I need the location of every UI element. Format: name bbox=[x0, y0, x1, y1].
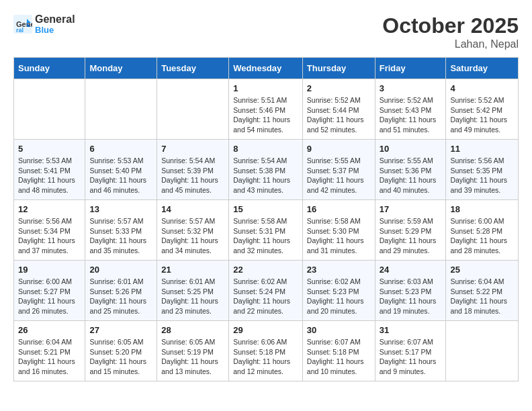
day-info: Sunrise: 6:02 AM Sunset: 5:23 PM Dayligh… bbox=[307, 277, 371, 316]
calendar-cell: 12Sunrise: 5:56 AM Sunset: 5:34 PM Dayli… bbox=[14, 200, 85, 261]
calendar-week-row: 5Sunrise: 5:53 AM Sunset: 5:41 PM Daylig… bbox=[14, 140, 519, 200]
page-header: Gene ral General Blue October 2025 Lahan… bbox=[13, 13, 519, 50]
calendar-cell: 8Sunrise: 5:54 AM Sunset: 5:38 PM Daylig… bbox=[229, 140, 303, 200]
day-number: 20 bbox=[89, 265, 152, 275]
day-info: Sunrise: 6:05 AM Sunset: 5:20 PM Dayligh… bbox=[89, 337, 152, 377]
day-number: 13 bbox=[89, 204, 152, 214]
calendar-cell: 24Sunrise: 6:03 AM Sunset: 5:23 PM Dayli… bbox=[375, 261, 446, 321]
day-info: Sunrise: 5:58 AM Sunset: 5:30 PM Dayligh… bbox=[307, 216, 371, 256]
day-info: Sunrise: 5:52 AM Sunset: 5:44 PM Dayligh… bbox=[307, 95, 371, 135]
day-number: 4 bbox=[450, 83, 514, 93]
day-number: 3 bbox=[380, 83, 442, 93]
day-info: Sunrise: 6:07 AM Sunset: 5:18 PM Dayligh… bbox=[307, 337, 371, 377]
calendar-cell: 31Sunrise: 6:07 AM Sunset: 5:17 PM Dayli… bbox=[375, 321, 446, 381]
calendar-week-row: 1Sunrise: 5:51 AM Sunset: 5:46 PM Daylig… bbox=[14, 79, 519, 140]
day-info: Sunrise: 5:56 AM Sunset: 5:34 PM Dayligh… bbox=[18, 216, 81, 256]
weekday-header: Monday bbox=[85, 58, 157, 79]
calendar-cell: 16Sunrise: 5:58 AM Sunset: 5:30 PM Dayli… bbox=[302, 200, 375, 261]
day-info: Sunrise: 5:53 AM Sunset: 5:41 PM Dayligh… bbox=[18, 156, 81, 195]
day-info: Sunrise: 5:59 AM Sunset: 5:29 PM Dayligh… bbox=[380, 216, 442, 256]
day-number: 19 bbox=[18, 265, 81, 275]
day-number: 17 bbox=[380, 204, 442, 214]
day-number: 28 bbox=[161, 325, 224, 335]
calendar-cell: 19Sunrise: 6:00 AM Sunset: 5:27 PM Dayli… bbox=[14, 261, 85, 321]
calendar-cell: 29Sunrise: 6:06 AM Sunset: 5:18 PM Dayli… bbox=[229, 321, 303, 381]
month-title: October 2025 bbox=[382, 13, 519, 38]
day-info: Sunrise: 5:55 AM Sunset: 5:37 PM Dayligh… bbox=[307, 156, 371, 195]
svg-text:ral: ral bbox=[16, 27, 24, 34]
weekday-header: Sunday bbox=[14, 58, 85, 79]
calendar-week-row: 19Sunrise: 6:00 AM Sunset: 5:27 PM Dayli… bbox=[14, 261, 519, 321]
day-number: 12 bbox=[18, 204, 81, 214]
day-number: 22 bbox=[233, 265, 298, 275]
title-block: October 2025 Lahan, Nepal bbox=[382, 13, 519, 50]
calendar-cell: 23Sunrise: 6:02 AM Sunset: 5:23 PM Dayli… bbox=[302, 261, 375, 321]
calendar-cell: 27Sunrise: 6:05 AM Sunset: 5:20 PM Dayli… bbox=[85, 321, 157, 381]
calendar-cell: 26Sunrise: 6:04 AM Sunset: 5:21 PM Dayli… bbox=[14, 321, 85, 381]
day-number: 1 bbox=[233, 83, 298, 93]
day-info: Sunrise: 5:52 AM Sunset: 5:42 PM Dayligh… bbox=[450, 95, 514, 135]
day-info: Sunrise: 5:57 AM Sunset: 5:32 PM Dayligh… bbox=[161, 216, 224, 256]
logo-icon: Gene ral bbox=[13, 15, 32, 34]
calendar-cell: 13Sunrise: 5:57 AM Sunset: 5:33 PM Dayli… bbox=[85, 200, 157, 261]
day-info: Sunrise: 6:00 AM Sunset: 5:28 PM Dayligh… bbox=[450, 216, 514, 256]
calendar-cell: 7Sunrise: 5:54 AM Sunset: 5:39 PM Daylig… bbox=[157, 140, 229, 200]
day-number: 24 bbox=[380, 265, 442, 275]
day-info: Sunrise: 6:02 AM Sunset: 5:24 PM Dayligh… bbox=[233, 277, 298, 316]
calendar-cell bbox=[85, 79, 157, 140]
calendar-cell: 6Sunrise: 5:53 AM Sunset: 5:40 PM Daylig… bbox=[85, 140, 157, 200]
calendar-week-row: 12Sunrise: 5:56 AM Sunset: 5:34 PM Dayli… bbox=[14, 200, 519, 261]
calendar-cell: 3Sunrise: 5:52 AM Sunset: 5:43 PM Daylig… bbox=[375, 79, 446, 140]
calendar-cell: 14Sunrise: 5:57 AM Sunset: 5:32 PM Dayli… bbox=[157, 200, 229, 261]
calendar-cell bbox=[446, 321, 519, 381]
day-number: 21 bbox=[161, 265, 224, 275]
calendar-cell: 20Sunrise: 6:01 AM Sunset: 5:26 PM Dayli… bbox=[85, 261, 157, 321]
calendar-week-row: 26Sunrise: 6:04 AM Sunset: 5:21 PM Dayli… bbox=[14, 321, 519, 381]
logo-blue: Blue bbox=[35, 26, 75, 35]
day-number: 16 bbox=[307, 204, 371, 214]
day-number: 14 bbox=[161, 204, 224, 214]
day-number: 18 bbox=[450, 204, 514, 214]
day-number: 30 bbox=[307, 325, 371, 335]
calendar-cell: 17Sunrise: 5:59 AM Sunset: 5:29 PM Dayli… bbox=[375, 200, 446, 261]
day-number: 15 bbox=[233, 204, 298, 214]
day-number: 25 bbox=[450, 265, 514, 275]
day-info: Sunrise: 5:57 AM Sunset: 5:33 PM Dayligh… bbox=[89, 216, 152, 256]
calendar-cell: 22Sunrise: 6:02 AM Sunset: 5:24 PM Dayli… bbox=[229, 261, 303, 321]
day-number: 9 bbox=[307, 144, 371, 154]
calendar-cell: 25Sunrise: 6:04 AM Sunset: 5:22 PM Dayli… bbox=[446, 261, 519, 321]
calendar-cell: 4Sunrise: 5:52 AM Sunset: 5:42 PM Daylig… bbox=[446, 79, 519, 140]
day-number: 26 bbox=[18, 325, 81, 335]
day-number: 5 bbox=[18, 144, 81, 154]
day-number: 2 bbox=[307, 83, 371, 93]
calendar-cell: 18Sunrise: 6:00 AM Sunset: 5:28 PM Dayli… bbox=[446, 200, 519, 261]
calendar-cell: 15Sunrise: 5:58 AM Sunset: 5:31 PM Dayli… bbox=[229, 200, 303, 261]
day-info: Sunrise: 6:07 AM Sunset: 5:17 PM Dayligh… bbox=[380, 337, 442, 377]
calendar-cell: 28Sunrise: 6:05 AM Sunset: 5:19 PM Dayli… bbox=[157, 321, 229, 381]
day-info: Sunrise: 6:03 AM Sunset: 5:23 PM Dayligh… bbox=[380, 277, 442, 316]
calendar-cell: 11Sunrise: 5:56 AM Sunset: 5:35 PM Dayli… bbox=[446, 140, 519, 200]
day-number: 6 bbox=[89, 144, 152, 154]
calendar-cell: 9Sunrise: 5:55 AM Sunset: 5:37 PM Daylig… bbox=[302, 140, 375, 200]
calendar-cell: 2Sunrise: 5:52 AM Sunset: 5:44 PM Daylig… bbox=[302, 79, 375, 140]
day-info: Sunrise: 5:56 AM Sunset: 5:35 PM Dayligh… bbox=[450, 156, 514, 195]
day-number: 29 bbox=[233, 325, 298, 335]
calendar-cell: 30Sunrise: 6:07 AM Sunset: 5:18 PM Dayli… bbox=[302, 321, 375, 381]
day-number: 7 bbox=[161, 144, 224, 154]
logo-name: General bbox=[35, 13, 75, 26]
calendar-cell: 10Sunrise: 5:55 AM Sunset: 5:36 PM Dayli… bbox=[375, 140, 446, 200]
location: Lahan, Nepal bbox=[382, 38, 519, 50]
day-number: 27 bbox=[89, 325, 152, 335]
day-number: 8 bbox=[233, 144, 298, 154]
day-info: Sunrise: 5:54 AM Sunset: 5:38 PM Dayligh… bbox=[233, 156, 298, 195]
day-info: Sunrise: 5:55 AM Sunset: 5:36 PM Dayligh… bbox=[380, 156, 442, 195]
calendar-cell: 1Sunrise: 5:51 AM Sunset: 5:46 PM Daylig… bbox=[229, 79, 303, 140]
day-info: Sunrise: 5:52 AM Sunset: 5:43 PM Dayligh… bbox=[380, 95, 442, 135]
logo: Gene ral General Blue bbox=[13, 13, 75, 35]
day-info: Sunrise: 6:04 AM Sunset: 5:22 PM Dayligh… bbox=[450, 277, 514, 316]
day-info: Sunrise: 6:05 AM Sunset: 5:19 PM Dayligh… bbox=[161, 337, 224, 377]
day-info: Sunrise: 6:00 AM Sunset: 5:27 PM Dayligh… bbox=[18, 277, 81, 316]
weekday-header: Friday bbox=[375, 58, 446, 79]
day-info: Sunrise: 6:06 AM Sunset: 5:18 PM Dayligh… bbox=[233, 337, 298, 377]
day-number: 23 bbox=[307, 265, 371, 275]
